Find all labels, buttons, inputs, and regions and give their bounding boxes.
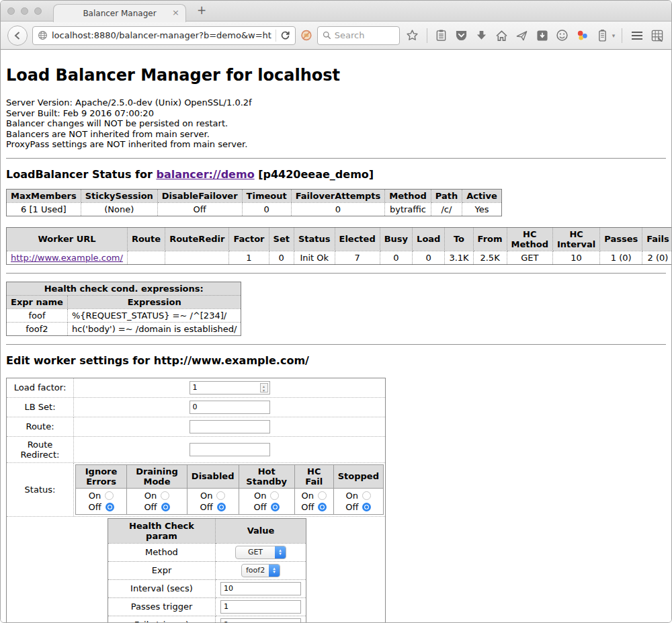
divider xyxy=(6,344,666,345)
hc-passes-row: Passes trigger xyxy=(108,597,306,616)
load-factor-input[interactable] xyxy=(190,381,270,394)
col-stopped: Stopped xyxy=(333,464,383,488)
menu-button[interactable] xyxy=(629,26,644,46)
val-to: 3.1K xyxy=(445,251,473,264)
on-label: On xyxy=(144,490,157,501)
worker-settings-form: Load factor: ▴▾ LB Set: Route: Route Red… xyxy=(6,378,386,623)
expr-select-value: foof2 xyxy=(242,566,269,575)
col-from: From xyxy=(473,227,507,251)
col-draining-mode: Draining Mode xyxy=(127,464,187,488)
pocket-button[interactable] xyxy=(454,26,469,46)
col-method: Method xyxy=(385,189,431,202)
hc-fails-label: Fails trigger) xyxy=(108,616,216,623)
route-input[interactable] xyxy=(190,420,270,433)
col-route: Route xyxy=(127,227,165,251)
lb-set-input[interactable] xyxy=(190,401,270,414)
select-stepper-icon: ▴▾ xyxy=(275,546,286,558)
battery-icon xyxy=(598,29,607,42)
draining-mode-on-radio[interactable] xyxy=(161,491,169,500)
status-radio-table: Ignore Errors Draining Mode Disabled Hot… xyxy=(75,464,384,515)
feedback-button[interactable] xyxy=(554,26,570,46)
send-icon xyxy=(515,30,528,42)
col-path: Path xyxy=(431,189,462,202)
col-hc-method: HC Method xyxy=(507,227,552,251)
col-stickysession: StickySession xyxy=(81,189,157,202)
stopped-on-radio[interactable] xyxy=(362,491,371,500)
toolbar-separator-2 xyxy=(622,28,622,43)
balancer-demo-link[interactable]: balancer://demo xyxy=(156,168,254,181)
blocked-badge-icon[interactable] xyxy=(300,28,312,42)
col-routeredir: RouteRedir xyxy=(165,227,229,251)
health-check-table: Health Check param Value Method GET ▴▾ xyxy=(108,518,306,623)
grid-extension-button[interactable] xyxy=(649,26,665,46)
val-elected: 7 xyxy=(335,251,380,264)
balancer-value-row: 6 [1 Used] (None) Off 0 0 bytraffic /c/ … xyxy=(7,202,502,216)
col-failoverattempts: FailoverAttempts xyxy=(291,189,385,202)
disabled-on-radio[interactable] xyxy=(216,491,225,500)
search-field[interactable]: Search xyxy=(317,26,400,45)
home-button[interactable] xyxy=(494,26,509,46)
col-active: Active xyxy=(462,189,502,202)
passes-input[interactable] xyxy=(220,600,301,614)
expr-select[interactable]: foof2 ▴▾ xyxy=(241,564,280,577)
window-zoom-button[interactable] xyxy=(34,7,42,15)
off-label: Off xyxy=(88,501,101,513)
expressions-table: Health check cond. expressions: Expr nam… xyxy=(6,282,241,336)
globe-icon xyxy=(38,30,48,40)
col-worker-url: Worker URL xyxy=(7,227,128,251)
new-tab-button[interactable]: + xyxy=(197,3,206,17)
window-close-button[interactable] xyxy=(7,7,15,15)
col-maxmembers: MaxMembers xyxy=(7,189,81,202)
ignore-errors-off-radio[interactable] xyxy=(106,503,114,511)
fails-input[interactable] xyxy=(220,618,301,623)
on-label: On xyxy=(254,490,266,501)
col-disabled: Disabled xyxy=(187,464,239,488)
disabled-off-radio[interactable] xyxy=(217,503,226,511)
val-from: 2.5K xyxy=(473,251,507,264)
hc-fail-off-radio[interactable] xyxy=(318,503,327,511)
reload-icon[interactable] xyxy=(280,30,290,40)
proxypass-notice-line: ProxyPass settings are NOT inherited fro… xyxy=(6,139,666,150)
tab-balancer-manager[interactable]: Balancer Manager × xyxy=(53,4,186,22)
navigation-toolbar: localhost:8880/balancer-manager?b=demo&w… xyxy=(1,22,671,50)
reading-list-button[interactable] xyxy=(434,26,450,46)
hc-header-row: Health Check param Value xyxy=(108,518,306,543)
send-tab-button[interactable] xyxy=(514,26,530,46)
interval-input[interactable] xyxy=(220,582,301,595)
chevron-down-icon[interactable]: ▾ xyxy=(612,32,616,39)
hc-fail-on-radio[interactable] xyxy=(318,491,327,500)
draining-mode-off-radio[interactable] xyxy=(161,503,170,511)
loadbalancer-status-heading: LoadBalancer Status for balancer://demo … xyxy=(6,168,666,181)
window-minimize-button[interactable] xyxy=(21,7,28,15)
url-bar[interactable]: localhost:8880/balancer-manager?b=demo&w… xyxy=(32,26,296,45)
method-select[interactable]: GET ▴▾ xyxy=(235,546,286,559)
ignore-errors-on-radio[interactable] xyxy=(105,491,114,500)
browser-window: Balancer Manager × + localhost:8880/bala… xyxy=(0,0,672,623)
bookmark-star-button[interactable] xyxy=(405,26,420,46)
number-spinner-icon[interactable]: ▴▾ xyxy=(260,383,268,392)
grid-icon xyxy=(651,30,663,42)
col-disablefailover: DisableFailover xyxy=(157,189,242,202)
hamburger-icon xyxy=(631,31,643,40)
save-panel-button[interactable] xyxy=(534,26,550,46)
off-label: Off xyxy=(301,501,314,513)
on-label: On xyxy=(200,490,212,501)
expr-name-foof: foof xyxy=(7,308,68,322)
url-text[interactable]: localhost:8880/balancer-manager?b=demo&w… xyxy=(52,30,271,40)
col-hc-fail: HC Fail xyxy=(294,464,333,488)
back-button[interactable] xyxy=(7,26,28,46)
tab-close-icon[interactable]: × xyxy=(172,8,179,17)
load-factor-stepper[interactable]: ▴▾ xyxy=(190,381,270,394)
stopped-off-radio[interactable] xyxy=(362,503,371,511)
divider xyxy=(6,158,666,159)
battery-extension-button[interactable] xyxy=(595,26,610,46)
hot-standby-on-radio[interactable] xyxy=(270,491,279,500)
colored-dots-extension-button[interactable] xyxy=(575,26,590,46)
val-timeout: 0 xyxy=(242,202,291,216)
downloads-button[interactable] xyxy=(474,26,489,46)
route-redirect-input[interactable] xyxy=(190,443,270,456)
hot-standby-off-radio[interactable] xyxy=(271,503,280,511)
val-passes: 1 (0) xyxy=(600,251,642,264)
worker-url-link[interactable]: http://www.example.com/ xyxy=(11,253,123,263)
val-routeredir xyxy=(165,251,229,264)
